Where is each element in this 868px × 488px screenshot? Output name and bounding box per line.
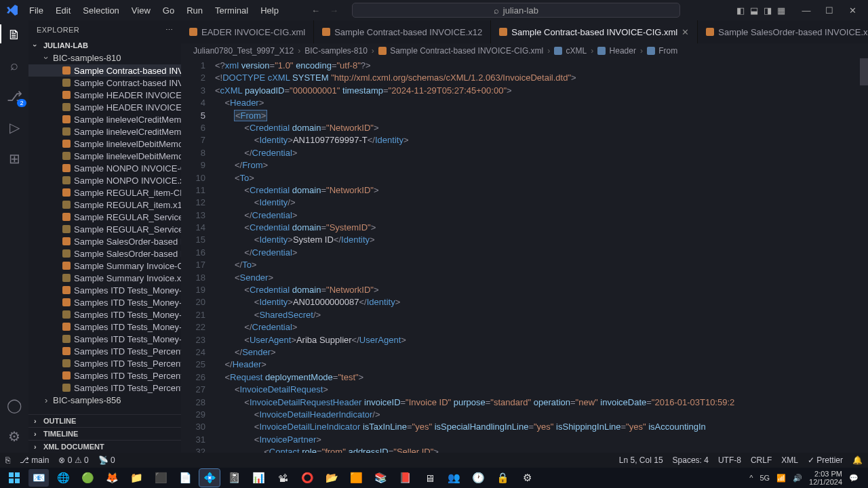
line-number[interactable]: 19 (181, 284, 205, 296)
editor-tab[interactable]: Sample SalesOrder-based INVOICE.x12 (698, 20, 868, 43)
code-lines[interactable]: <?xml version="1.0" encoding="utf-8"?><!… (215, 58, 868, 453)
code-line[interactable]: </Credential> (215, 147, 868, 159)
code-line[interactable]: <Identity>AN01000000087</Identity> (215, 296, 868, 308)
line-number[interactable]: 27 (181, 384, 205, 396)
tree-file[interactable]: Samples ITD Tests_Money-ITD08-CIG.... (28, 284, 181, 296)
code-line[interactable]: <Credential domain="NetworkID"> (215, 284, 868, 296)
tree-file[interactable]: Sample HEADER INVOICE.x12 (28, 101, 181, 113)
line-number[interactable]: 20 (181, 296, 205, 308)
tray-wifi-icon[interactable]: 📶 (776, 474, 786, 483)
tree-file[interactable]: Sample SalesOrder-based INVOICE-CI... (28, 235, 181, 247)
tree-file[interactable]: Sample linelevelCreditMemo-CIG.xml (28, 113, 181, 125)
nav-forward-icon[interactable]: → (330, 5, 338, 16)
taskbar-app[interactable]: 📁 (126, 469, 146, 487)
activity-settings-icon[interactable]: ⚙ (8, 428, 20, 445)
code-line[interactable]: </Header> (215, 359, 868, 371)
taskbar-app[interactable]: 🌐 (53, 469, 73, 487)
menu-file[interactable]: File (24, 3, 49, 18)
tree-file[interactable]: Sample linelevelCreditMemo.x12 (28, 125, 181, 138)
status-spaces[interactable]: Spaces: 4 (673, 455, 709, 465)
code-line[interactable]: <Header> (215, 97, 868, 109)
tree-file[interactable]: Sample REGULAR_item-CIG.xml (28, 186, 181, 199)
taskbar-app[interactable]: ⭕ (297, 469, 317, 487)
code-line[interactable]: <InvoiceDetailHeaderIndicator/> (215, 409, 868, 421)
window-close-button[interactable]: ✕ (841, 0, 864, 20)
minimap-thumb[interactable] (860, 58, 868, 85)
window-minimize-button[interactable]: — (795, 0, 818, 20)
line-number[interactable]: 6 (181, 122, 205, 134)
line-number[interactable]: 4 (181, 97, 205, 109)
activity-search-icon[interactable]: ⌕ (10, 58, 18, 73)
status-ln-col[interactable]: Ln 5, Col 15 (619, 455, 663, 465)
line-number[interactable]: 3 (181, 85, 205, 97)
tree-file[interactable]: Sample REGULAR_ServiceItem.x12 (28, 223, 181, 235)
taskbar-app[interactable]: 👥 (443, 469, 464, 487)
taskbar-app[interactable]: 📂 (321, 469, 342, 487)
tree-file[interactable]: Samples ITD Tests_Percent-ITD15-CIG... (28, 369, 181, 382)
breadcrumb-item[interactable]: Sample Contract-based INVOICE-CIG.xml (378, 46, 543, 56)
tree-file[interactable]: Samples ITD Tests_Percent-ITD03.x12 (28, 357, 181, 369)
tree-file[interactable]: Sample Contract-based INVOICE.x12 (28, 77, 181, 89)
taskbar-app[interactable]: 🕐 (468, 469, 488, 487)
status-encoding[interactable]: UTF-8 (718, 455, 741, 465)
line-number[interactable]: 15 (181, 234, 205, 246)
line-number[interactable]: 21 (181, 309, 205, 321)
line-number[interactable]: 32 (181, 446, 205, 453)
line-number[interactable]: 13 (181, 209, 205, 222)
layout-panel-icon[interactable]: ⬓ (750, 5, 758, 16)
tree-file[interactable]: Sample REGULAR_ServiceItem-CIG.xml (28, 211, 181, 223)
status-errors[interactable]: ⊗ 0 ⚠ 0 (58, 455, 88, 465)
tray-volume-icon[interactable]: 🔊 (793, 474, 802, 483)
tree-file[interactable]: Sample HEADER INVOICE-CIG.xml (28, 89, 181, 101)
tree-file[interactable]: Samples ITD Tests_Percent-ITD03-CIG... (28, 345, 181, 357)
tray-clock[interactable]: 2:03 PM 12/1/2024 (809, 470, 842, 486)
code-line[interactable]: </Credential> (215, 247, 868, 259)
menu-selection[interactable]: Selection (77, 3, 124, 18)
editor-tab[interactable]: Sample Contract-based INVOICE.x12 (314, 20, 491, 43)
line-number[interactable]: 11 (181, 184, 205, 197)
tree-file[interactable]: Sample linelevelDebitMemo-CIG.xml (28, 138, 181, 150)
tree-root[interactable]: JULIAN-LAB (28, 39, 181, 52)
breadcrumb-item[interactable]: BIC-samples-810 (304, 46, 368, 56)
tab-close-icon[interactable]: ✕ (682, 27, 689, 37)
tree-file[interactable]: Sample linelevelDebitMemo.x12 (28, 150, 181, 162)
layout-sidebar-right-icon[interactable]: ◨ (764, 5, 772, 16)
code-line[interactable]: </Credential> (215, 209, 868, 222)
tree-folder[interactable]: BIC-samples-810 (28, 52, 181, 64)
line-number[interactable]: 23 (181, 334, 205, 346)
code-line[interactable]: <From> (215, 110, 868, 122)
status-bell-icon[interactable]: 🔔 (852, 455, 863, 465)
taskbar-app[interactable]: 📓 (224, 469, 244, 487)
line-number[interactable]: 14 (181, 222, 205, 234)
line-number[interactable]: 7 (181, 134, 205, 146)
line-number[interactable]: 24 (181, 346, 205, 359)
tree-file[interactable]: Sample Contract-based INVOICE-CIG.... (28, 64, 181, 77)
code-line[interactable]: <Request deploymentMode="test"> (215, 371, 868, 384)
code-line[interactable]: <InvoiceDetailRequest> (215, 384, 868, 396)
line-number[interactable]: 8 (181, 147, 205, 159)
code-line[interactable]: <InvoicePartner> (215, 434, 868, 446)
layout-customize-icon[interactable]: ▦ (777, 5, 785, 16)
activity-account-icon[interactable]: ◯ (7, 397, 22, 413)
code-line[interactable]: </From> (215, 159, 868, 171)
line-number[interactable]: 1 (181, 60, 205, 72)
status-eol[interactable]: CRLF (751, 455, 772, 465)
code-line[interactable]: </To> (215, 259, 868, 271)
status-prettier[interactable]: ✓ Prettier (808, 455, 843, 465)
taskbar-app[interactable]: 🟢 (77, 469, 98, 487)
start-button[interactable] (4, 469, 24, 487)
code-line[interactable]: <Credential domain="NetworkID"> (215, 184, 868, 197)
taskbar-app[interactable]: 💠 (199, 469, 220, 487)
breadcrumb-item[interactable]: Header (597, 46, 636, 56)
sidebar-more-icon[interactable]: ⋯ (165, 26, 173, 35)
editor-tab[interactable]: Sample Contract-based INVOICE-CIG.xml✕ (491, 20, 698, 43)
line-number[interactable]: 31 (181, 434, 205, 446)
tree-file[interactable]: Sample SalesOrder-based INVOICE.x12 (28, 247, 181, 260)
command-center[interactable]: ⌕ julian-lab (352, 3, 680, 18)
code-line[interactable]: <SharedSecret/> (215, 309, 868, 321)
tree-file[interactable]: Sample Summary Invoice.x12 (28, 272, 181, 284)
sidebar-section[interactable]: OUTLINE (28, 414, 181, 427)
code-editor[interactable]: 1234567891011121314151617181920212223242… (181, 58, 868, 453)
line-number[interactable]: 26 (181, 371, 205, 384)
menu-help[interactable]: Help (255, 3, 284, 18)
